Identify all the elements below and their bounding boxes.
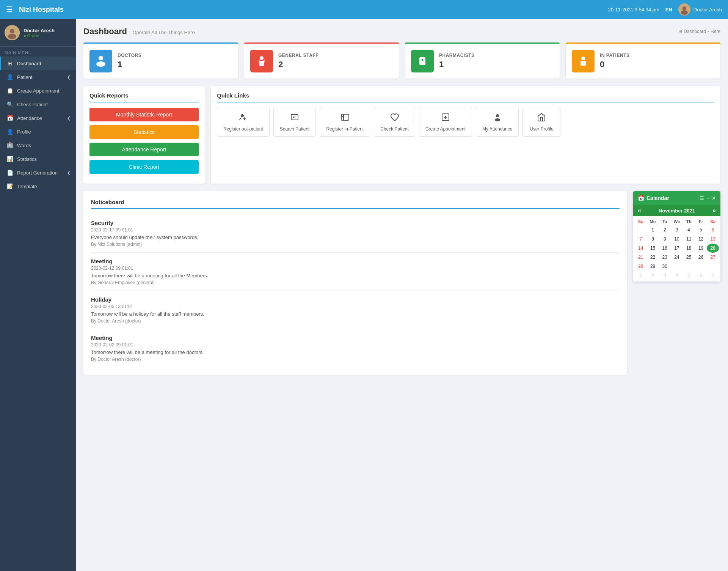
calendar-header: 📅 Calendar ☰ − ✕: [633, 191, 720, 205]
cal-cell-8[interactable]: 8: [647, 234, 659, 244]
bottom-row: Noticeboard Security 2020-02-17 09:01:01…: [83, 191, 720, 375]
calendar-minimize-icon[interactable]: −: [706, 195, 709, 201]
cal-cell-27[interactable]: 27: [707, 253, 719, 262]
cal-cell-19[interactable]: 19: [695, 244, 707, 253]
calendar-controls: ☰ − ✕: [700, 195, 716, 201]
quick-link-create-appointment[interactable]: Create Appointment: [419, 108, 472, 137]
quick-link-my-attendance[interactable]: My Attendance: [476, 108, 519, 137]
cal-cell-empty: [635, 225, 647, 234]
dashboard-icon: ⊞: [6, 60, 13, 66]
sidebar-avatar: [5, 25, 20, 40]
cal-cell-23[interactable]: 23: [659, 253, 671, 262]
top-navigation: ☰ Nizi Hospitals 20-11-2021 9:54:34 pm E…: [0, 0, 728, 19]
notice-meeting1: Meeting 2020-02-12 09:01:01 Tomorrow the…: [91, 253, 620, 291]
register-inpatient-icon: [340, 113, 350, 124]
svg-point-1: [682, 6, 686, 10]
calendar-prev-btn[interactable]: «: [638, 207, 641, 214]
cal-cell-26[interactable]: 26: [695, 253, 707, 262]
svg-rect-8: [99, 61, 102, 62]
sidebar-item-wards[interactable]: 🏥 Wards: [0, 138, 76, 152]
attendance-report-btn[interactable]: Attendance Report: [89, 143, 199, 156]
doctors-icon: [89, 50, 112, 72]
sidebar-item-label: Patient: [17, 74, 32, 80]
quick-link-label: Create Appointment: [425, 126, 466, 132]
cal-cell-11[interactable]: 11: [683, 234, 695, 244]
calendar-next-btn[interactable]: »: [712, 207, 716, 214]
stat-value-inpatients: 0: [600, 60, 629, 69]
svg-point-20: [241, 114, 244, 117]
page-title: Dashboard: [83, 27, 127, 36]
cal-cell-13[interactable]: 13: [707, 234, 719, 244]
cal-cell-25[interactable]: 25: [683, 253, 695, 262]
cal-cell-21[interactable]: 21: [635, 253, 647, 262]
noticeboard-title: Noticeboard: [91, 199, 620, 209]
sidebar-item-profile[interactable]: 👤 Profile: [0, 125, 76, 138]
cal-cell-15[interactable]: 15: [647, 244, 659, 253]
avatar: [678, 3, 690, 16]
cal-cell-30[interactable]: 30: [659, 262, 671, 271]
quick-links-title: Quick Links: [217, 92, 714, 102]
cal-cell-3[interactable]: 3: [671, 225, 683, 234]
quick-link-label: User Profile: [530, 126, 554, 132]
sidebar-item-patient[interactable]: 👤 Patient ❮: [0, 70, 76, 84]
sidebar-item-label: Dashboard: [17, 61, 41, 66]
cal-cell-4[interactable]: 4: [683, 225, 695, 234]
cal-cell-18[interactable]: 18: [683, 244, 695, 253]
sidebar-item-attendance[interactable]: 📅 Attendance ❮: [0, 111, 76, 125]
pharmacists-icon: [411, 50, 434, 72]
cal-cell-29[interactable]: 29: [647, 262, 659, 271]
clinic-report-btn[interactable]: Clinic Report: [89, 160, 199, 174]
cal-cell-n4: 4: [671, 271, 683, 280]
user-menu[interactable]: Doctor Aresh: [678, 3, 722, 16]
cal-cell-22[interactable]: 22: [647, 253, 659, 262]
page-header: Dashboard Operate All The Things Here ⊞ …: [83, 27, 720, 36]
quick-link-label: Check Patient: [380, 126, 409, 132]
sidebar-item-create-appointment[interactable]: 📋 Create Appoinment: [0, 84, 76, 98]
cal-cell-24[interactable]: 24: [671, 253, 683, 262]
quick-link-register-outpatient[interactable]: Register out-patient: [217, 108, 270, 137]
sidebar-item-statistics[interactable]: 📊 Statistics: [0, 152, 76, 166]
calendar-nav: « November 2021 »: [633, 205, 720, 216]
cal-cell-1[interactable]: 1: [647, 225, 659, 234]
cal-cell-10[interactable]: 10: [671, 234, 683, 244]
topnav-left: ☰ Nizi Hospitals: [6, 5, 64, 14]
svg-point-2: [681, 10, 688, 15]
cal-cell-14[interactable]: 14: [635, 244, 647, 253]
cal-cell-7[interactable]: 7: [635, 234, 647, 244]
statistics-btn[interactable]: Statistics: [89, 125, 199, 139]
cal-cell-12[interactable]: 12: [695, 234, 707, 244]
sidebar-item-check-patient[interactable]: 🔍 Check Patient: [0, 98, 76, 111]
cal-cell-2[interactable]: 2: [659, 225, 671, 234]
cal-cell-17[interactable]: 17: [671, 244, 683, 253]
calendar-close-icon[interactable]: ✕: [712, 195, 716, 201]
cal-cell-20-today[interactable]: 20: [707, 244, 719, 253]
cal-cell-n3: 3: [659, 271, 671, 280]
sidebar-item-dashboard[interactable]: ⊞ Dashboard: [0, 57, 76, 70]
quick-link-register-inpatient[interactable]: Register in-Patient: [320, 108, 370, 137]
sidebar-item-label: Attendance: [17, 115, 42, 121]
sidebar-item-template[interactable]: 📝 Template: [0, 179, 76, 193]
day-header-sa: Sa: [707, 218, 719, 225]
cal-cell-16[interactable]: 16: [659, 244, 671, 253]
svg-rect-13: [263, 60, 265, 63]
breadcrumb-home[interactable]: Dashboard: [684, 29, 706, 34]
hamburger-menu[interactable]: ☰: [6, 5, 13, 14]
quick-link-check-patient[interactable]: Check Patient: [374, 108, 415, 137]
stat-info-inpatients: IN PATIENTS 0: [600, 53, 629, 69]
notice-text: Everyone should update their system pass…: [91, 234, 620, 240]
cal-cell-5[interactable]: 5: [695, 225, 707, 234]
cal-cell-6[interactable]: 6: [707, 225, 719, 234]
quick-link-search-patient[interactable]: Search Patient: [273, 108, 316, 137]
quick-link-user-profile[interactable]: User Profile: [522, 108, 560, 137]
language-selector[interactable]: EN: [665, 7, 672, 13]
cal-cell-9[interactable]: 9: [659, 234, 671, 244]
sidebar-user-details: Doctor Aresh Online: [24, 28, 55, 38]
cal-cell-28[interactable]: 28: [635, 262, 647, 271]
day-header-tu: Tu: [659, 218, 671, 225]
user-profile-icon: [537, 113, 546, 124]
my-attendance-icon: [493, 113, 502, 124]
monthly-statistic-btn[interactable]: Monthly Statistic Report: [89, 108, 199, 121]
sidebar-item-report-generation[interactable]: 📄 Report Generation ❮: [0, 166, 76, 179]
quick-reports-title: Quick Reports: [89, 92, 199, 102]
calendar-menu-icon[interactable]: ☰: [700, 195, 704, 201]
